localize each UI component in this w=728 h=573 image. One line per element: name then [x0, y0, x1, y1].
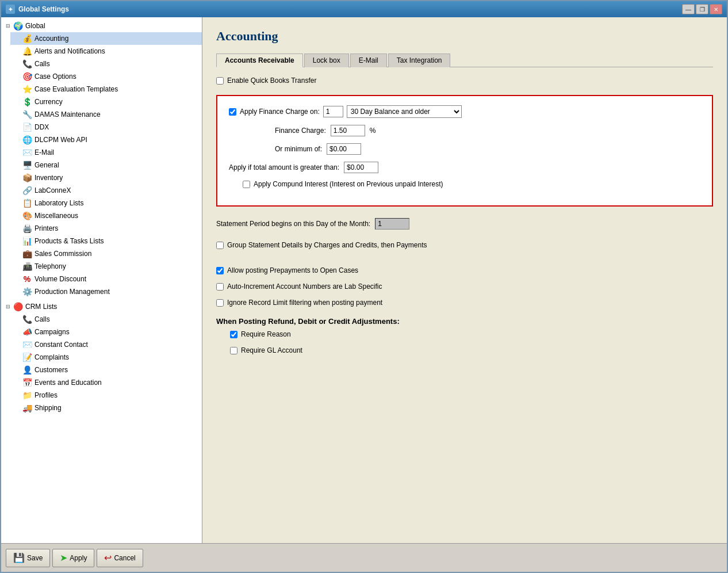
sidebar-item-lab-lists[interactable]: 📋 Laboratory Lists — [10, 197, 202, 209]
maximize-button[interactable]: ❐ — [696, 4, 708, 14]
tree-toggle-crm[interactable]: ⊟ — [3, 302, 13, 311]
window-title: Global Settings — [18, 5, 69, 13]
sidebar-item-general[interactable]: 🖥️ General — [10, 159, 202, 171]
close-button[interactable]: ✕ — [710, 4, 722, 14]
finance-charge-number-input[interactable] — [323, 106, 343, 117]
sidebar-item-products[interactable]: 📊 Products & Tasks Lists — [10, 235, 202, 247]
sidebar-item-profiles[interactable]: 📁 Profiles — [10, 389, 202, 402]
shipping-icon: 🚚 — [22, 403, 32, 413]
cancel-button[interactable]: ↩ Cancel — [97, 549, 143, 567]
compound-interest-checkbox[interactable] — [243, 181, 250, 188]
auto-increment-checkbox[interactable] — [216, 283, 224, 291]
sidebar-item-misc[interactable]: 🎨 Miscellaneous — [10, 209, 202, 222]
sidebar-item-inventory[interactable]: 📦 Inventory — [10, 171, 202, 184]
inventory-icon: 📦 — [22, 173, 32, 183]
sidebar-item-campaigns[interactable]: 📣 Campaigns — [10, 326, 202, 338]
sidebar-item-global[interactable]: ⊟ 🌍 Global — [1, 20, 202, 32]
sidebar-item-accounting[interactable]: 💰 Accounting — [10, 32, 202, 45]
sidebar-item-labconnex[interactable]: 🔗 LabConneX — [10, 184, 202, 197]
printers-label: Printers — [35, 224, 58, 232]
constant-contact-label: Constant Contact — [35, 341, 88, 349]
allow-prepayments-checkbox[interactable] — [216, 267, 224, 274]
sidebar-item-email[interactable]: ✉️ E-Mail — [10, 146, 202, 159]
sidebar-item-complaints[interactable]: 📝 Complaints — [10, 351, 202, 364]
products-icon: 📊 — [22, 236, 32, 246]
sidebar-item-dlcpm[interactable]: 🌐 DLCPM Web API — [10, 133, 202, 146]
complaints-icon: 📝 — [22, 352, 32, 362]
calls-label: Calls — [35, 60, 50, 68]
tab-tax[interactable]: Tax Integration — [388, 54, 451, 67]
apply-finance-charge-checkbox[interactable] — [229, 108, 236, 116]
labconnex-label: LabConneX — [35, 186, 71, 194]
sidebar-item-crm-calls[interactable]: 📞 Calls — [10, 313, 202, 326]
sidebar-item-shipping[interactable]: 🚚 Shipping — [10, 402, 202, 414]
tab-lockbox[interactable]: Lock box — [304, 54, 349, 67]
require-reason-checkbox[interactable] — [230, 331, 237, 338]
sidebar-item-telephony[interactable]: 📠 Telephony — [10, 260, 202, 273]
apply-finance-charge-label: Apply Finance Charge on: — [240, 108, 320, 116]
auto-increment-row: Auto-Increment Account Numbers are Lab S… — [216, 282, 713, 291]
customers-label: Customers — [35, 366, 68, 374]
content-area: Accounting Accounts Receivable Lock box … — [202, 17, 727, 543]
sidebar-item-damas[interactable]: 🔧 DAMAS Maintenance — [10, 108, 202, 121]
cancel-label: Cancel — [114, 554, 135, 562]
apply-button[interactable]: ➤ Apply — [52, 549, 94, 567]
minimum-input[interactable] — [327, 143, 361, 155]
finance-charge-pct-row: Finance Charge: % — [275, 125, 700, 136]
sidebar-item-events[interactable]: 📅 Events and Education — [10, 376, 202, 389]
tab-email[interactable]: E-Mail — [350, 54, 387, 67]
save-button[interactable]: 💾 Save — [6, 549, 50, 567]
tab-accounts-receivable[interactable]: Accounts Receivable — [216, 54, 303, 67]
calls-icon: 📞 — [22, 59, 32, 69]
labconnex-icon: 🔗 — [22, 185, 32, 196]
sidebar-item-alerts[interactable]: 🔔 Alerts and Notifications — [10, 45, 202, 58]
accounting-icon: 💰 — [22, 33, 32, 44]
global-icon: 🌍 — [13, 21, 23, 31]
enable-quickbooks-row: Enable Quick Books Transfer — [216, 77, 713, 85]
statement-input[interactable] — [375, 218, 409, 230]
total-greater-input[interactable] — [344, 162, 378, 173]
crm-icon: 🔴 — [13, 301, 23, 312]
ignore-record-label: Ignore Record Limit filtering when posti… — [227, 299, 382, 307]
general-label: General — [35, 161, 59, 169]
finance-charge-dropdown[interactable]: 30 Day Balance and older 60 Day Balance … — [347, 105, 462, 118]
total-greater-label: Apply if total amount is greater than: — [229, 163, 339, 171]
complaints-label: Complaints — [35, 353, 69, 361]
crm-calls-icon: 📞 — [22, 314, 32, 324]
sidebar-item-constant-contact[interactable]: ✉️ Constant Contact — [10, 338, 202, 351]
case-eval-icon: ⭐ — [22, 84, 32, 94]
ar-form: Enable Quick Books Transfer Apply Financ… — [216, 77, 713, 354]
sidebar-item-printers[interactable]: 🖨️ Printers — [10, 222, 202, 235]
tree-toggle-global[interactable]: ⊟ — [3, 21, 13, 30]
customers-icon: 👤 — [22, 365, 32, 375]
require-gl-checkbox[interactable] — [230, 347, 237, 354]
apply-icon: ➤ — [60, 552, 67, 563]
sidebar-item-customers[interactable]: 👤 Customers — [10, 364, 202, 376]
sidebar-item-volume[interactable]: % Volume Discount — [10, 273, 202, 285]
email-label: E-Mail — [35, 148, 54, 156]
sidebar-item-currency[interactable]: 💲 Currency — [10, 96, 202, 108]
misc-label: Miscellaneous — [35, 212, 78, 220]
enable-quickbooks-checkbox[interactable] — [216, 77, 224, 85]
minimize-button[interactable]: — — [682, 4, 695, 14]
sidebar-item-production[interactable]: ⚙️ Production Management — [10, 285, 202, 298]
lab-lists-label: Laboratory Lists — [35, 199, 83, 207]
case-options-label: Case Options — [35, 72, 76, 81]
sidebar-item-crm[interactable]: ⊟ 🔴 CRM Lists — [1, 300, 202, 313]
sidebar-item-ddx[interactable]: 📄 DDX — [10, 121, 202, 133]
group-statement-label: Group Statement Details by Charges and C… — [227, 241, 427, 249]
require-reason-label: Require Reason — [241, 330, 291, 338]
constant-contact-icon: ✉️ — [22, 339, 32, 350]
finance-charge-pct-input[interactable] — [331, 125, 365, 136]
crm-calls-label: Calls — [35, 315, 50, 323]
sidebar-item-case-options[interactable]: 🎯 Case Options — [10, 70, 202, 83]
require-reason-row: Require Reason — [230, 330, 713, 338]
production-label: Production Management — [35, 288, 110, 296]
ignore-record-checkbox[interactable] — [216, 299, 224, 307]
group-statement-checkbox[interactable] — [216, 242, 224, 249]
sidebar-item-calls[interactable]: 📞 Calls — [10, 58, 202, 70]
allow-prepayments-label: Allow posting Prepayments to Open Cases — [227, 266, 358, 274]
campaigns-icon: 📣 — [22, 327, 32, 337]
sidebar-item-sales[interactable]: 💼 Sales Commission — [10, 247, 202, 260]
sidebar-item-case-eval[interactable]: ⭐ Case Evaluation Templates — [10, 83, 202, 96]
